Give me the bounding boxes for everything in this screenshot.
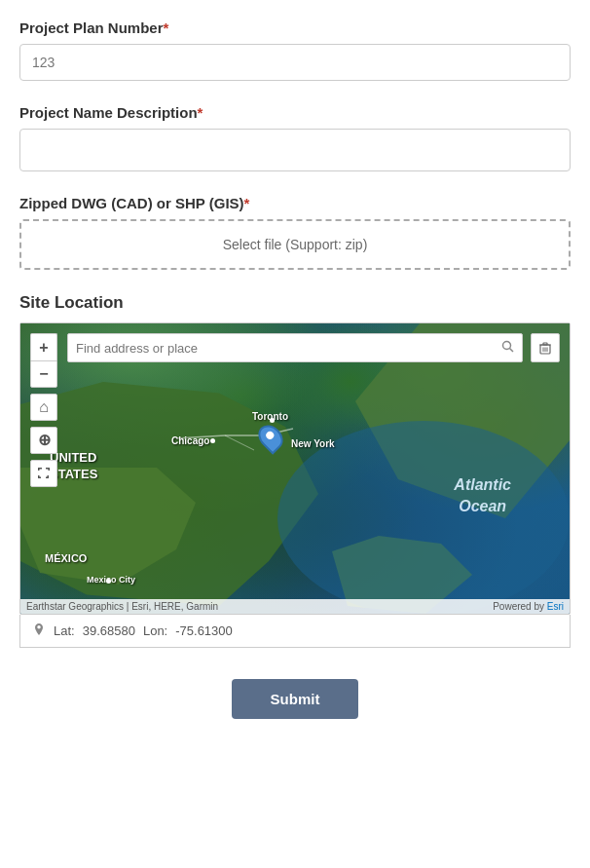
- fullscreen-icon: [37, 467, 51, 480]
- lat-value: 39.68580: [83, 623, 135, 638]
- project-plan-number-text: Project Plan Number: [19, 19, 164, 36]
- project-name-description-input[interactable]: [19, 129, 571, 171]
- submit-button[interactable]: Submit: [232, 679, 359, 719]
- submit-section: Submit: [19, 679, 571, 719]
- search-icon: [501, 340, 514, 356]
- map-container: AtlanticOcean UNITEDSTATES Chicago Toron…: [19, 322, 571, 615]
- map-background[interactable]: AtlanticOcean UNITEDSTATES Chicago Toron…: [20, 323, 570, 614]
- lat-label: Lat:: [54, 623, 75, 638]
- map-delete-button[interactable]: [531, 333, 560, 362]
- zipped-dwg-label: Zipped DWG (CAD) or SHP (GIS)*: [19, 195, 571, 211]
- location-icon: [32, 623, 46, 636]
- required-star-1: *: [164, 19, 169, 36]
- zipped-dwg-text: Zipped DWG (CAD) or SHP (GIS): [19, 195, 244, 211]
- map-attribution: Earthstar Geographics | Esri, HERE, Garm…: [20, 599, 570, 614]
- locate-button[interactable]: ⊕: [30, 427, 57, 454]
- required-star-2: *: [198, 104, 203, 121]
- project-name-description-text: Project Name Description: [19, 104, 198, 121]
- esri-link[interactable]: Esri: [547, 601, 564, 612]
- home-button[interactable]: ⌂: [30, 394, 57, 421]
- zoom-controls: + −: [30, 333, 57, 388]
- trash-icon: [538, 341, 552, 355]
- powered-by-text: Powered by: [493, 601, 544, 612]
- map-toolbar: + − ⌂ ⊕: [30, 333, 57, 487]
- file-upload-area[interactable]: Select file (Support: zip): [19, 219, 571, 270]
- project-plan-number-label: Project Plan Number*: [19, 19, 571, 36]
- project-name-description-group: Project Name Description*: [19, 104, 571, 171]
- required-star-3: *: [244, 195, 250, 211]
- fullscreen-button[interactable]: [30, 460, 57, 487]
- attribution-right: Powered by Esri: [493, 601, 564, 612]
- project-plan-number-input[interactable]: [19, 44, 571, 81]
- site-location-group: Site Location AtlanticOcean UNITEDSTATES…: [19, 293, 571, 648]
- project-name-description-label: Project Name Description*: [19, 104, 571, 121]
- map-search-input[interactable]: [76, 341, 501, 356]
- site-location-label: Site Location: [19, 293, 571, 313]
- svg-line-1: [510, 349, 514, 353]
- map-water-overlay: [277, 421, 570, 614]
- zoom-in-button[interactable]: +: [30, 333, 57, 360]
- project-plan-number-group: Project Plan Number*: [19, 19, 571, 81]
- coordinates-bar: Lat: 39.68580 Lon: -75.61300: [19, 615, 571, 648]
- map-search-bar: [67, 333, 523, 362]
- attribution-left: Earthstar Geographics | Esri, HERE, Garm…: [26, 601, 218, 612]
- lon-value: -75.61300: [175, 623, 233, 638]
- zoom-out-button[interactable]: −: [30, 360, 57, 388]
- zipped-dwg-group: Zipped DWG (CAD) or SHP (GIS)* Select fi…: [19, 195, 571, 270]
- coord-pin-icon: [32, 623, 46, 639]
- lon-label: Lon:: [143, 623, 167, 638]
- svg-point-0: [503, 342, 511, 350]
